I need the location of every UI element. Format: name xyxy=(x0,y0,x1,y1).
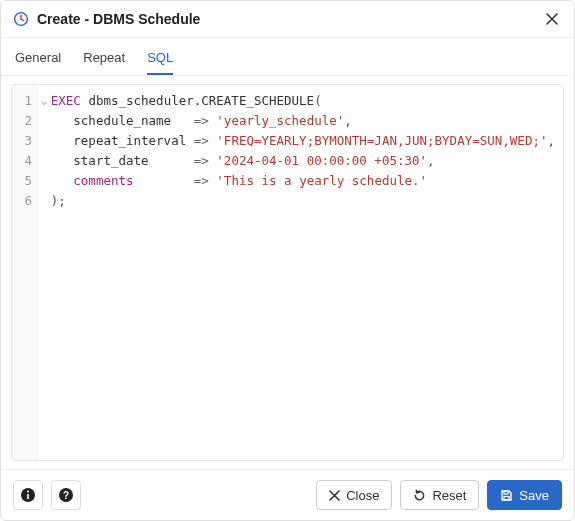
string-literal: 'yearly_schedule' xyxy=(216,113,344,128)
tab-repeat[interactable]: Repeat xyxy=(83,44,125,75)
svg-rect-6 xyxy=(504,491,508,494)
param-name: schedule_name xyxy=(73,113,171,128)
code-area[interactable]: EXEC dbms_scheduler.CREATE_SCHEDULE( sch… xyxy=(51,85,563,460)
help-button[interactable]: ? xyxy=(51,480,81,510)
svg-rect-7 xyxy=(504,496,509,500)
footer: ? Close Reset Save xyxy=(1,469,574,520)
clock-icon xyxy=(13,11,29,27)
arrow: => xyxy=(194,153,209,168)
string-literal: 'This is a yearly schedule.' xyxy=(216,173,427,188)
close-label: Close xyxy=(346,488,379,503)
save-button[interactable]: Save xyxy=(487,480,562,510)
x-icon xyxy=(329,490,340,501)
save-icon xyxy=(500,489,513,502)
editor-container: 1 2 3 4 5 6 ⌄ EXEC dbms_scheduler.CREATE… xyxy=(1,76,574,469)
svg-point-3 xyxy=(27,491,29,493)
tab-general[interactable]: General xyxy=(15,44,61,75)
param-name: start_date xyxy=(73,153,148,168)
dialog-title: Create - DBMS Schedule xyxy=(37,11,534,27)
fold-gutter: ⌄ xyxy=(38,85,51,460)
sql-editor[interactable]: 1 2 3 4 5 6 ⌄ EXEC dbms_scheduler.CREATE… xyxy=(11,84,564,461)
line-gutter: 1 2 3 4 5 6 xyxy=(12,85,38,460)
info-button[interactable] xyxy=(13,480,43,510)
reset-icon xyxy=(413,489,426,502)
keyword: EXEC xyxy=(51,93,81,108)
arrow: => xyxy=(194,173,209,188)
function-call: dbms_scheduler.CREATE_SCHEDULE xyxy=(88,93,314,108)
paren-close: ); xyxy=(51,193,66,208)
fold-toggle-icon[interactable]: ⌄ xyxy=(38,91,51,111)
reset-label: Reset xyxy=(432,488,466,503)
param-name: comments xyxy=(73,173,133,188)
save-label: Save xyxy=(519,488,549,503)
svg-text:?: ? xyxy=(63,490,69,501)
reset-button[interactable]: Reset xyxy=(400,480,479,510)
close-icon[interactable] xyxy=(542,9,562,29)
tab-sql[interactable]: SQL xyxy=(147,44,173,75)
line-number: 6 xyxy=(22,191,32,211)
line-number: 1 xyxy=(22,91,32,111)
arrow: => xyxy=(194,133,209,148)
line-number: 2 xyxy=(22,111,32,131)
string-literal: '2024-04-01 00:00:00 +05:30' xyxy=(216,153,427,168)
svg-rect-2 xyxy=(27,494,29,499)
line-number: 4 xyxy=(22,151,32,171)
arrow: => xyxy=(194,113,209,128)
param-name: repeat_interval xyxy=(73,133,186,148)
line-number: 5 xyxy=(22,171,32,191)
paren-open: ( xyxy=(314,93,322,108)
string-literal: 'FREQ=YEARLY;BYMONTH=JAN,JUN;BYDAY=SUN,W… xyxy=(216,133,547,148)
close-button[interactable]: Close xyxy=(316,480,392,510)
titlebar: Create - DBMS Schedule xyxy=(1,1,574,38)
line-number: 3 xyxy=(22,131,32,151)
tab-bar: General Repeat SQL xyxy=(1,38,574,76)
